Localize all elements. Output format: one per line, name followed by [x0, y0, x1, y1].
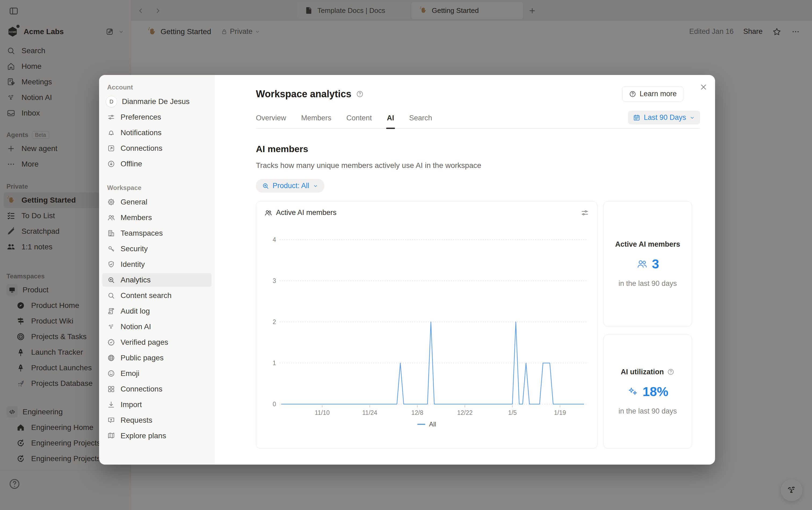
- svg-text:1: 1: [273, 360, 276, 367]
- settings-item-label: Verified pages: [121, 338, 168, 347]
- settings-item-label: Emoji: [121, 369, 139, 378]
- import-icon: [107, 401, 115, 409]
- tab-overview[interactable]: Overview: [256, 114, 286, 128]
- chart-legend: All: [264, 421, 589, 428]
- learn-more-label: Learn more: [640, 90, 676, 98]
- ai-utilization-value: 18%: [642, 384, 668, 399]
- svg-text:0: 0: [273, 401, 276, 407]
- close-icon[interactable]: [699, 83, 708, 92]
- settings-item-label: Audit log: [121, 307, 150, 315]
- settings-item-notion-ai[interactable]: Notion AI: [102, 320, 212, 334]
- svg-text:12/8: 12/8: [411, 409, 423, 416]
- account-section-header: Account: [102, 81, 212, 95]
- product-filter-dropdown[interactable]: Product: All: [256, 179, 324, 193]
- settings-item-label: Import: [121, 400, 142, 409]
- shield-check-icon: [107, 260, 115, 268]
- settings-sidebar: Account DDianmarie De Jesus Preferences …: [99, 75, 215, 464]
- legend-swatch: [417, 424, 425, 425]
- request-bubble-icon: [107, 416, 115, 424]
- settings-modal: Account DDianmarie De Jesus Preferences …: [99, 75, 715, 464]
- settings-item-verified-pages[interactable]: Verified pages: [102, 336, 212, 349]
- card-title: Active AI members: [615, 240, 680, 249]
- preferences-icon: [107, 113, 115, 121]
- section-heading: AI members: [256, 144, 700, 154]
- analytics-tabs: Overview Members Content AI Search Last …: [256, 114, 700, 129]
- chevron-down-icon: [312, 183, 319, 189]
- settings-item-label: Notifications: [121, 129, 162, 137]
- tab-members[interactable]: Members: [301, 114, 332, 128]
- settings-item-label: Analytics: [121, 276, 151, 284]
- chart-title: Active AI members: [276, 208, 336, 217]
- settings-item-connections-account[interactable]: Connections: [102, 142, 212, 155]
- settings-item-import[interactable]: Import: [102, 398, 212, 412]
- settings-item-profile[interactable]: DDianmarie De Jesus: [102, 95, 212, 108]
- search-plus-icon: [262, 182, 269, 190]
- settings-item-label: Explore plans: [121, 431, 166, 440]
- calendar-icon: [633, 114, 640, 121]
- settings-item-requests[interactable]: Requests: [102, 414, 212, 427]
- avatar: D: [106, 96, 117, 107]
- active-ai-members-chart-card: Active AI members 0123411/1011/2412/812/…: [256, 201, 597, 449]
- settings-item-teamspaces[interactable]: Teamspaces: [102, 227, 212, 240]
- svg-text:3: 3: [273, 277, 276, 284]
- ai-members-line-chart: 0123411/1011/2412/812/221/51/19: [264, 220, 590, 416]
- settings-item-analytics[interactable]: Analytics: [102, 273, 212, 287]
- settings-item-offline[interactable]: Offline: [102, 157, 212, 171]
- settings-item-notifications[interactable]: Notifications: [102, 126, 212, 139]
- settings-item-label: Notion AI: [121, 322, 151, 331]
- settings-item-emoji[interactable]: Emoji: [102, 367, 212, 380]
- external-link-icon: [107, 144, 115, 152]
- ai-utilization-summary-card: AI utilization 18% in the last 90 days: [603, 335, 692, 449]
- svg-text:11/10: 11/10: [315, 409, 330, 416]
- key-icon: [107, 245, 115, 253]
- search-icon: [107, 291, 115, 300]
- settings-item-label: Content search: [121, 291, 172, 300]
- svg-text:1/19: 1/19: [554, 409, 566, 416]
- tab-search[interactable]: Search: [409, 114, 432, 128]
- svg-text:12/22: 12/22: [457, 409, 473, 416]
- card-caption: in the last 90 days: [619, 279, 677, 288]
- learn-more-button[interactable]: Learn more: [622, 86, 683, 102]
- help-circle-icon[interactable]: [667, 368, 674, 376]
- date-range-dropdown[interactable]: Last 90 Days: [628, 111, 700, 124]
- settings-item-explore-plans[interactable]: Explore plans: [102, 429, 212, 443]
- gear-icon: [107, 198, 115, 206]
- chart-settings-icon[interactable]: [580, 208, 589, 217]
- settings-content: Workspace analytics Learn more Overview …: [215, 75, 715, 464]
- settings-item-label: Requests: [121, 416, 152, 425]
- settings-item-identity[interactable]: Identity: [102, 258, 212, 271]
- workspace-section-header: Workspace: [102, 182, 212, 195]
- settings-item-label: Dianmarie De Jesus: [122, 97, 189, 106]
- help-circle-icon[interactable]: [356, 90, 364, 98]
- settings-item-general[interactable]: General: [102, 195, 212, 209]
- settings-item-content-search[interactable]: Content search: [102, 289, 212, 302]
- modal-title: Workspace analytics: [256, 88, 352, 100]
- scroll-icon: [107, 307, 115, 315]
- active-ai-members-value: 3: [652, 257, 659, 272]
- settings-item-audit-log[interactable]: Audit log: [102, 305, 212, 318]
- svg-text:2: 2: [273, 318, 276, 325]
- chevron-down-icon: [689, 115, 695, 121]
- settings-item-label: Members: [121, 214, 152, 222]
- notion-ai-icon: [107, 323, 115, 331]
- tab-content[interactable]: Content: [347, 114, 372, 128]
- card-title: AI utilization: [621, 368, 664, 376]
- settings-item-label: Teamspaces: [121, 229, 163, 237]
- tab-ai[interactable]: AI: [387, 114, 394, 128]
- settings-item-security[interactable]: Security: [102, 242, 212, 256]
- settings-item-label: Offline: [121, 160, 142, 168]
- settings-item-public-pages[interactable]: Public pages: [102, 351, 212, 365]
- settings-item-preferences[interactable]: Preferences: [102, 110, 212, 124]
- settings-item-label: Public pages: [121, 353, 163, 362]
- bell-icon: [107, 129, 115, 137]
- settings-item-label: Preferences: [121, 113, 161, 121]
- settings-item-label: General: [121, 198, 147, 206]
- members-icon: [107, 214, 115, 222]
- active-ai-members-summary-card: Active AI members 3 in the last 90 days: [603, 201, 692, 327]
- svg-text:4: 4: [273, 236, 276, 243]
- map-icon: [107, 432, 115, 440]
- settings-item-members[interactable]: Members: [102, 211, 212, 224]
- settings-item-connections-workspace[interactable]: Connections: [102, 382, 212, 396]
- settings-item-label: Connections: [121, 144, 162, 152]
- product-filter-label: Product: All: [273, 182, 309, 190]
